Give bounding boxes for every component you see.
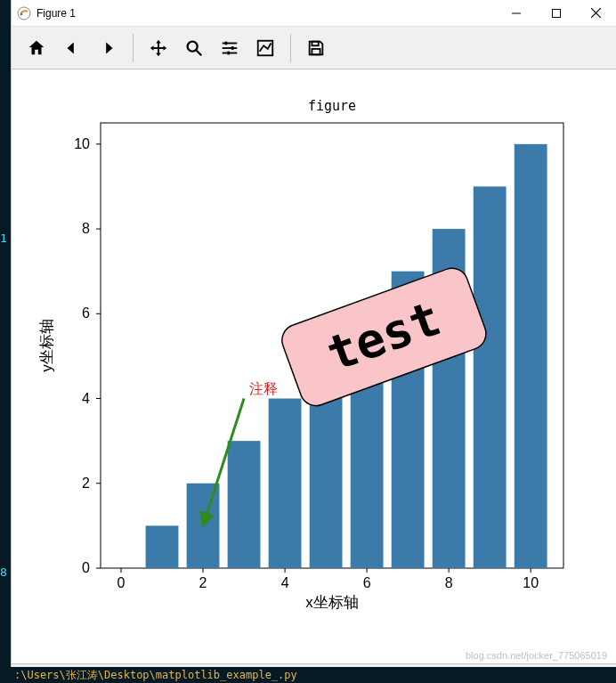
home-button[interactable] — [19, 30, 54, 66]
svg-rect-51 — [474, 186, 507, 568]
svg-rect-43 — [146, 525, 179, 568]
configure-subplots-button[interactable] — [212, 30, 247, 66]
svg-line-7 — [197, 50, 202, 55]
svg-point-6 — [188, 41, 198, 51]
svg-text:8: 8 — [82, 221, 90, 236]
zoom-button[interactable] — [176, 30, 212, 66]
back-button[interactable] — [54, 30, 90, 66]
bg-line-number: 8 — [0, 565, 11, 579]
svg-text:10: 10 — [523, 575, 539, 590]
chart-plot: figure02468100246810x坐标轴y坐标轴注释test — [12, 69, 616, 643]
figure-canvas[interactable]: figure02468100246810x坐标轴y坐标轴注释test blog.… — [12, 69, 616, 663]
edit-axis-button[interactable] — [247, 30, 283, 66]
svg-text:y坐标轴: y坐标轴 — [38, 319, 55, 372]
svg-rect-15 — [312, 41, 318, 45]
svg-text:10: 10 — [74, 136, 90, 151]
svg-rect-16 — [312, 48, 320, 53]
mpl-toolbar — [12, 27, 616, 69]
close-button[interactable] — [576, 0, 616, 26]
watermark-text: blog.csdn.net/jocker_775065019 — [466, 650, 607, 661]
toolbar-separator — [133, 34, 134, 62]
svg-rect-45 — [228, 441, 261, 568]
svg-text:6: 6 — [82, 305, 90, 321]
svg-rect-52 — [515, 144, 547, 568]
svg-point-1 — [20, 12, 22, 14]
window-title: Figure 1 — [36, 7, 496, 20]
svg-rect-46 — [269, 399, 302, 568]
toolbar-separator — [290, 34, 291, 62]
svg-point-0 — [18, 7, 30, 20]
titlebar: Figure 1 — [12, 0, 616, 27]
svg-text:2: 2 — [199, 575, 207, 590]
app-icon — [12, 6, 36, 20]
background-terminal-strip: :\Users\张江涛\Desktop\matplotlib_example_.… — [11, 667, 616, 683]
svg-rect-9 — [225, 41, 228, 45]
save-button[interactable] — [298, 30, 334, 66]
svg-text:0: 0 — [118, 575, 126, 590]
minimize-button[interactable] — [496, 0, 536, 26]
maximize-button[interactable] — [536, 0, 576, 26]
svg-text:6: 6 — [363, 575, 371, 590]
window-controls — [496, 0, 616, 26]
svg-text:注释: 注释 — [249, 381, 278, 396]
forward-button[interactable] — [90, 30, 126, 66]
svg-rect-13 — [227, 51, 230, 54]
svg-text:4: 4 — [281, 575, 289, 590]
background-editor-strip: 1 8 — [0, 0, 11, 683]
svg-text:figure: figure — [308, 98, 356, 114]
figure-window: Figure 1 — [11, 0, 616, 683]
svg-rect-11 — [231, 46, 234, 50]
svg-text:x坐标轴: x坐标轴 — [305, 594, 359, 611]
bg-line-number: 1 — [0, 232, 11, 245]
svg-text:4: 4 — [82, 391, 90, 406]
pan-button[interactable] — [141, 30, 176, 66]
svg-text:8: 8 — [445, 575, 453, 590]
svg-rect-3 — [552, 9, 560, 17]
svg-text:2: 2 — [82, 476, 90, 491]
terminal-path: :\Users\张江涛\Desktop\matplotlib_example_.… — [14, 668, 297, 683]
svg-text:0: 0 — [82, 560, 90, 575]
